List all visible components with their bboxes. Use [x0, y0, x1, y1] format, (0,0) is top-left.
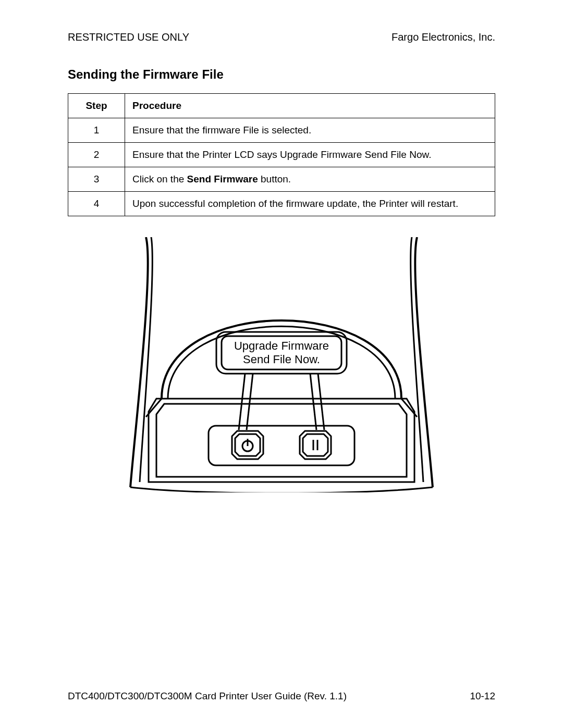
- text: button.: [258, 174, 291, 184]
- step-cell: 2: [68, 143, 125, 167]
- step-cell: 4: [68, 192, 125, 216]
- table-row: 4 Upon successful completion of the firm…: [68, 192, 495, 216]
- text-bold: Send Firmware: [187, 174, 258, 184]
- procedure-cell: Ensure that the firmware File is selecte…: [125, 118, 495, 143]
- document-page: RESTRICTED USE ONLY Fargo Electronics, I…: [0, 0, 563, 728]
- col-header-step: Step: [68, 94, 125, 118]
- header-right: Fargo Electronics, Inc.: [391, 31, 495, 43]
- section-title: Sending the Firmware File: [68, 67, 495, 82]
- page-header: RESTRICTED USE ONLY Fargo Electronics, I…: [68, 31, 495, 43]
- power-icon: [242, 439, 253, 451]
- table-row: 2 Ensure that the Printer LCD says Upgra…: [68, 143, 495, 167]
- procedure-cell: Upon successful completion of the firmwa…: [125, 192, 495, 216]
- page-footer: DTC400/DTC300/DTC300M Card Printer User …: [68, 690, 495, 702]
- svg-rect-2: [209, 426, 354, 465]
- header-left: RESTRICTED USE ONLY: [68, 31, 189, 43]
- col-header-procedure: Procedure: [125, 94, 495, 118]
- pause-icon: [313, 440, 317, 450]
- table-row: 3 Click on the Send Firmware button.: [68, 167, 495, 192]
- footer-right: 10-12: [470, 690, 495, 702]
- lcd-line1: Upgrade Firmware: [234, 339, 329, 352]
- printer-illustration: Upgrade Firmware Send File Now.: [125, 237, 438, 492]
- table-row: 1 Ensure that the firmware File is selec…: [68, 118, 495, 143]
- step-cell: 3: [68, 167, 125, 192]
- footer-left: DTC400/DTC300/DTC300M Card Printer User …: [68, 690, 347, 702]
- procedure-cell: Click on the Send Firmware button.: [125, 167, 495, 192]
- lcd-line2: Send File Now.: [243, 353, 320, 366]
- step-cell: 1: [68, 118, 125, 143]
- procedure-table: Step Procedure 1 Ensure that the firmwar…: [68, 93, 495, 216]
- text: Click on the: [132, 174, 187, 184]
- printer-figure: Upgrade Firmware Send File Now.: [68, 237, 495, 492]
- procedure-cell: Ensure that the Printer LCD says Upgrade…: [125, 143, 495, 167]
- table-header-row: Step Procedure: [68, 94, 495, 118]
